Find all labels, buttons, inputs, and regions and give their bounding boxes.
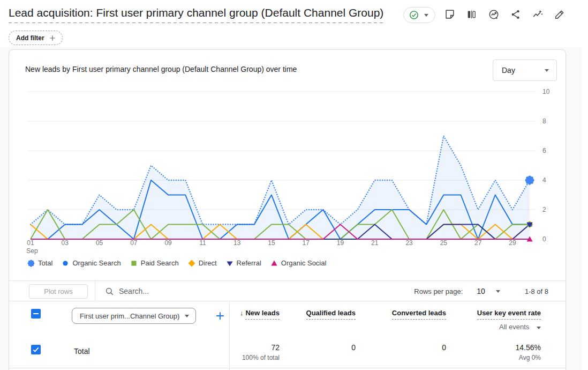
trend-sparkle-icon — [532, 9, 544, 20]
svg-text:01: 01 — [27, 239, 34, 247]
legend-item-organic-search: Organic Search — [62, 259, 120, 267]
filter-bar: Add filter — [9, 31, 63, 45]
legend-label: Direct — [199, 259, 217, 267]
all-events-select[interactable]: All events — [499, 323, 541, 331]
column-header-user-key-event-rate[interactable]: User key event rate — [477, 309, 541, 317]
svg-text:0: 0 — [542, 235, 546, 243]
table-header-row: First user prim...Channel Group) ↓New le… — [9, 301, 566, 336]
checkmark-icon — [32, 345, 40, 354]
add-dimension-button[interactable] — [214, 309, 227, 322]
caret-down-icon — [185, 315, 189, 317]
svg-text:05: 05 — [96, 239, 103, 247]
triangle-up-legend-marker — [270, 260, 278, 267]
legend-label: Referral — [237, 259, 261, 267]
svg-text:10: 10 — [542, 88, 550, 95]
total-converted-leads: 0 — [356, 343, 446, 352]
compare-columns-icon — [466, 9, 478, 20]
total-key-event-rate-sub: Avg 0% — [446, 354, 541, 361]
svg-text:19: 19 — [337, 239, 344, 247]
row-divider — [9, 368, 566, 368]
table-toolbar: Plot rows Rows per page: 10 1-8 of 8 — [9, 280, 566, 301]
pagination-controls: Rows per page: 10 1-8 of 8 — [414, 281, 548, 301]
svg-text:13: 13 — [233, 239, 241, 247]
legend-label: Total — [38, 259, 52, 267]
svg-text:2: 2 — [542, 206, 546, 213]
diamond-legend-marker — [188, 260, 195, 267]
chart-legend: TotalOrganic SearchPaid SearchDirectRefe… — [27, 259, 326, 267]
search-icon — [104, 286, 115, 297]
plot-rows-button[interactable]: Plot rows — [29, 284, 88, 299]
plus-icon — [48, 34, 57, 42]
svg-text:6: 6 — [542, 147, 546, 154]
total-row: Total 72 100% of total 0 0 14.56% Avg 0% — [9, 336, 566, 368]
column-label: User key event rate — [477, 309, 541, 320]
report-card: New leads by First user primary channel … — [9, 49, 566, 370]
sort-descending-icon: ↓ — [240, 309, 244, 317]
caret-down-icon — [537, 327, 541, 329]
column-label: Qualified leads — [306, 309, 356, 320]
svg-text:27: 27 — [474, 239, 482, 247]
note-button[interactable] — [443, 8, 456, 21]
row-checkbox[interactable] — [31, 345, 41, 354]
svg-text:11: 11 — [199, 239, 206, 247]
legend-label: Organic Search — [72, 259, 120, 267]
pagination-range: 1-8 of 8 — [525, 287, 548, 295]
svg-text:25: 25 — [440, 239, 448, 247]
status-pill[interactable] — [403, 7, 435, 23]
legend-item-organic-social: Organic Social — [270, 259, 327, 267]
rows-per-page-select[interactable]: 10 — [463, 287, 500, 295]
circle-legend-marker — [62, 260, 69, 267]
legend-item-direct: Direct — [188, 259, 217, 267]
total-new-leads-sub: 100% of total — [229, 354, 280, 361]
insights-icon — [488, 9, 500, 20]
scalloped-circle-legend-marker — [27, 260, 35, 267]
svg-text:8: 8 — [542, 117, 546, 125]
exploration-title[interactable]: Lead acquisition: First user primary cha… — [9, 6, 383, 23]
legend-item-total: Total — [27, 259, 52, 267]
granularity-value: Day — [502, 66, 515, 75]
dimension-select[interactable]: First user prim...Channel Group) — [72, 308, 196, 324]
indeterminate-mark — [33, 313, 39, 314]
compare-button[interactable] — [465, 8, 478, 21]
dimension-select-value: First user prim...Channel Group) — [80, 312, 179, 320]
approved-check-icon — [409, 10, 419, 20]
add-filter-label: Add filter — [16, 34, 44, 42]
svg-text:21: 21 — [371, 239, 379, 247]
plus-icon — [214, 310, 226, 322]
svg-text:07: 07 — [130, 239, 138, 247]
column-header-new-leads[interactable]: ↓New leads — [240, 309, 280, 317]
svg-text:03: 03 — [62, 239, 69, 247]
ga4-exploration-view: Lead acquisition: First user primary cha… — [0, 0, 588, 370]
search-input[interactable] — [119, 287, 280, 295]
trend-button[interactable] — [531, 8, 544, 21]
granularity-select[interactable]: Day — [493, 60, 557, 81]
caret-down-icon — [496, 290, 500, 293]
column-header-converted-leads[interactable]: Converted leads — [392, 309, 446, 317]
svg-text:29: 29 — [509, 239, 516, 247]
svg-text:17: 17 — [303, 239, 310, 247]
rows-per-page-label: Rows per page: — [414, 287, 463, 295]
svg-text:15: 15 — [268, 239, 275, 247]
toolbar-divider — [95, 281, 95, 301]
total-new-leads: 72 — [229, 343, 280, 352]
column-header-qualified-leads[interactable]: Qualified leads — [306, 309, 356, 317]
triangle-down-legend-marker — [226, 260, 233, 267]
svg-text:09: 09 — [164, 239, 172, 247]
column-label: New leads — [245, 309, 280, 320]
legend-label: Organic Social — [281, 259, 327, 267]
insights-button[interactable] — [487, 8, 500, 21]
edit-button[interactable] — [553, 8, 566, 21]
all-events-label: All events — [499, 323, 529, 331]
select-all-checkbox[interactable] — [31, 309, 41, 319]
svg-text:4: 4 — [542, 176, 546, 184]
svg-text:Sep: Sep — [26, 247, 38, 255]
note-icon — [444, 9, 456, 20]
share-button[interactable] — [509, 8, 522, 21]
svg-text:23: 23 — [405, 239, 413, 247]
rows-per-page-value: 10 — [477, 287, 485, 295]
edit-icon — [554, 9, 566, 20]
square-legend-marker — [130, 260, 138, 267]
timeseries-chart: 024681001Sep0305070911131517192123252729 — [9, 82, 567, 264]
add-filter-button[interactable]: Add filter — [9, 31, 63, 45]
caret-down-icon — [424, 14, 428, 17]
